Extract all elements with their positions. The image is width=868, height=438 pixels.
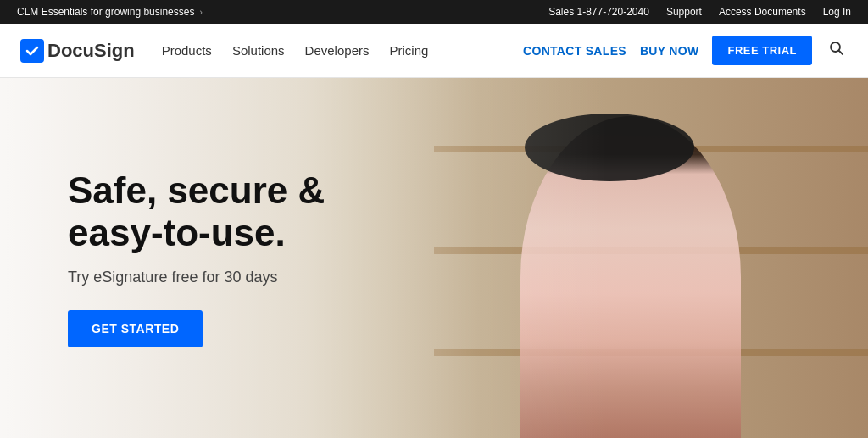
logo[interactable]: DocuSign: [20, 39, 135, 63]
promo-text: CLM Essentials for growing businesses: [17, 6, 194, 18]
nav-item-developers[interactable]: Developers: [305, 43, 370, 58]
svg-rect-0: [20, 39, 44, 63]
nav-link-products[interactable]: Products: [162, 43, 212, 58]
search-icon: [829, 41, 844, 56]
nav-item-solutions[interactable]: Solutions: [232, 43, 285, 58]
svg-line-2: [839, 51, 843, 55]
main-nav: DocuSign Products Solutions Developers P…: [0, 24, 868, 78]
contact-sales-button[interactable]: CONTACT SALES: [523, 44, 626, 58]
docusign-logo-icon: [20, 39, 44, 63]
search-button[interactable]: [826, 37, 848, 64]
nav-link-developers[interactable]: Developers: [305, 43, 370, 58]
access-documents-link[interactable]: Access Documents: [719, 6, 806, 18]
free-trial-button[interactable]: FREE TRIAL: [712, 36, 812, 65]
nav-item-pricing[interactable]: Pricing: [389, 43, 428, 58]
top-banner: CLM Essentials for growing businesses › …: [0, 0, 868, 24]
promo-chevron: ›: [199, 8, 202, 17]
nav-link-solutions[interactable]: Solutions: [232, 43, 285, 58]
hero-section: Safe, secure & easy-to-use. Try eSignatu…: [0, 78, 868, 438]
hero-content: Safe, secure & easy-to-use. Try eSignatu…: [68, 169, 424, 347]
nav-link-pricing[interactable]: Pricing: [389, 43, 428, 58]
logo-text: DocuSign: [47, 40, 135, 62]
nav-links: Products Solutions Developers Pricing: [162, 43, 429, 58]
hero-title: Safe, secure & easy-to-use.: [68, 169, 424, 254]
nav-right: CONTACT SALES BUY NOW FREE TRIAL: [523, 36, 848, 65]
buy-now-button[interactable]: BUY NOW: [640, 44, 699, 58]
nav-left: DocuSign Products Solutions Developers P…: [20, 39, 428, 63]
top-nav-links: Sales 1-877-720-2040 Support Access Docu…: [548, 6, 851, 18]
phone-link[interactable]: Sales 1-877-720-2040: [548, 6, 649, 18]
support-link[interactable]: Support: [666, 6, 702, 18]
hero-subtitle: Try eSignature free for 30 days: [68, 269, 424, 286]
nav-item-products[interactable]: Products: [162, 43, 212, 58]
login-link[interactable]: Log In: [823, 6, 851, 18]
promo-bar[interactable]: CLM Essentials for growing businesses ›: [17, 6, 203, 18]
get-started-button[interactable]: GET STARTED: [68, 310, 203, 347]
